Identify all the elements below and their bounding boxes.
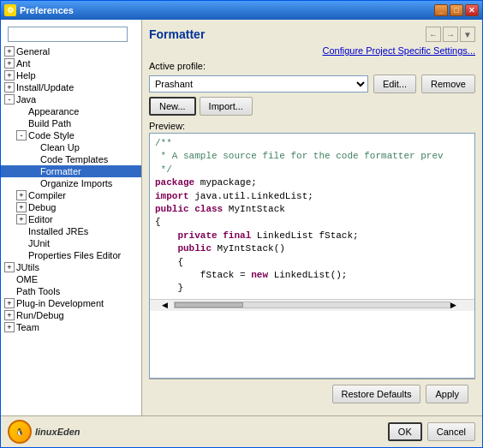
horizontal-scrollbar[interactable]: ◀ ▶ <box>150 299 474 311</box>
sidebar-item-team[interactable]: +Team <box>1 321 141 333</box>
window-icon: ⚙ <box>4 4 16 16</box>
active-profile-label: Active profile: <box>149 61 206 71</box>
sidebar-item-help[interactable]: +Help <box>1 69 141 81</box>
sidebar-item-plug-in-development[interactable]: +Plug-in Development <box>1 297 141 309</box>
scroll-right-button[interactable]: ▶ <box>450 301 462 309</box>
expander-ant[interactable]: + <box>4 58 15 69</box>
active-profile-row: Active profile: <box>149 61 475 71</box>
code-preview: /** * A sample source file for the code … <box>150 134 474 299</box>
sidebar-item-ant[interactable]: +Ant <box>1 57 141 69</box>
tree-label-run-debug: Run/Debug <box>16 310 64 320</box>
minimize-button[interactable]: _ <box>434 4 448 16</box>
ok-button[interactable]: OK <box>388 422 422 441</box>
maximize-button[interactable]: □ <box>450 4 463 16</box>
expander-plug-in-development[interactable]: + <box>4 298 15 308</box>
dropdown-button[interactable]: ▼ <box>460 27 475 42</box>
tree-label-installed-jres: Installed JREs <box>28 226 88 236</box>
tree-label-clean-up: Clean Up <box>40 142 80 152</box>
footer: 🐧 linuxEden OK Cancel <box>1 415 482 447</box>
sidebar-item-editor[interactable]: +Editor <box>1 213 141 225</box>
tree-label-formatter: Formatter <box>40 166 81 176</box>
sidebar-item-formatter[interactable]: Formatter <box>1 165 141 177</box>
sidebar-item-general[interactable]: +General <box>1 45 141 57</box>
toolbar-icons: ← → ▼ <box>426 27 475 42</box>
tree-container: +General+Ant+Help+Install/Update-JavaApp… <box>1 45 141 333</box>
tree-label-code-templates: Code Templates <box>40 154 108 164</box>
titlebar: ⚙ Preferences _ □ ✕ <box>1 1 482 20</box>
sidebar-item-build-path[interactable]: Build Path <box>1 117 141 129</box>
tree-label-ant: Ant <box>16 58 31 69</box>
tree-label-help: Help <box>16 70 36 81</box>
new-import-row: New... Import... <box>149 97 475 116</box>
expander-general[interactable]: + <box>4 46 15 57</box>
sidebar-item-code-style[interactable]: -Code Style <box>1 129 141 141</box>
expander-jutils[interactable]: + <box>4 262 15 272</box>
sidebar-item-code-templates[interactable]: Code Templates <box>1 153 141 165</box>
tree-label-jutils: JUtils <box>16 262 39 272</box>
tree-label-ome: OME <box>16 274 38 284</box>
sidebar-item-java[interactable]: -Java <box>1 93 141 105</box>
tree-label-path-tools: Path Tools <box>16 286 60 296</box>
new-button[interactable]: New... <box>149 97 196 116</box>
edit-button[interactable]: Edit... <box>373 75 416 93</box>
sidebar-item-jutils[interactable]: +JUtils <box>1 261 141 273</box>
apply-button[interactable]: Apply <box>426 385 468 403</box>
scrollbar-thumb[interactable] <box>175 302 243 308</box>
profile-select[interactable]: Prashant <box>149 75 368 93</box>
tree-label-install-update: Install/Update <box>16 82 74 93</box>
logo-icon: 🐧 <box>8 420 32 444</box>
main-content: +General+Ant+Help+Install/Update-JavaApp… <box>1 20 482 415</box>
bottom-bar: Restore Defaults Apply <box>149 379 475 409</box>
expander-editor[interactable]: + <box>16 214 27 224</box>
restore-defaults-button[interactable]: Restore Defaults <box>332 385 421 403</box>
titlebar-buttons: _ □ ✕ <box>434 4 479 16</box>
preview-area[interactable]: /** * A sample source file for the code … <box>149 133 475 379</box>
scrollbar-track[interactable] <box>174 302 450 308</box>
logo-area: 🐧 linuxEden <box>8 420 80 444</box>
preview-label: Preview: <box>149 121 475 131</box>
sidebar-item-installed-jres[interactable]: Installed JREs <box>1 225 141 237</box>
scroll-left-button[interactable]: ◀ <box>162 301 174 309</box>
expander-install-update[interactable]: + <box>4 82 15 93</box>
remove-button[interactable]: Remove <box>421 75 475 93</box>
tree-label-organize-imports: Organize Imports <box>40 178 112 188</box>
close-button[interactable]: ✕ <box>465 4 479 16</box>
tree-label-team: Team <box>16 322 39 332</box>
footer-buttons: OK Cancel <box>388 422 475 441</box>
back-button[interactable]: ← <box>426 27 441 42</box>
sidebar-item-install-update[interactable]: +Install/Update <box>1 81 141 93</box>
expander-team[interactable]: + <box>4 322 15 332</box>
tree-label-junit: JUnit <box>28 238 50 248</box>
expander-help[interactable]: + <box>4 70 15 81</box>
sidebar-item-ome[interactable]: OME <box>1 273 141 285</box>
panel-title: Formatter <box>149 27 205 41</box>
sidebar-item-compiler[interactable]: +Compiler <box>1 189 141 201</box>
sidebar-item-debug[interactable]: +Debug <box>1 201 141 213</box>
window-title: Preferences <box>20 5 431 15</box>
expander-run-debug[interactable]: + <box>4 310 15 320</box>
expander-compiler[interactable]: + <box>16 190 27 200</box>
panel-header: Formatter ← → ▼ <box>149 27 475 42</box>
configure-project-link[interactable]: Configure Project Specific Settings... <box>149 45 475 56</box>
sidebar-item-path-tools[interactable]: Path Tools <box>1 285 141 297</box>
expander-debug[interactable]: + <box>16 202 27 212</box>
sidebar-item-run-debug[interactable]: +Run/Debug <box>1 309 141 321</box>
tree-label-appearance: Appearance <box>28 106 79 116</box>
profile-select-row: Prashant Edit... Remove <box>149 75 475 93</box>
tree-label-general: General <box>16 46 50 57</box>
cancel-button[interactable]: Cancel <box>427 422 475 441</box>
sidebar-item-organize-imports[interactable]: Organize Imports <box>1 177 141 189</box>
expander-code-style[interactable]: - <box>16 130 27 140</box>
tree-label-plug-in-development: Plug-in Development <box>16 298 104 308</box>
expander-java[interactable]: - <box>4 94 15 105</box>
sidebar-item-appearance[interactable]: Appearance <box>1 105 141 117</box>
sidebar-item-properties-files-editor[interactable]: Properties Files Editor <box>1 249 141 261</box>
tree-label-java: Java <box>16 94 36 105</box>
forward-button[interactable]: → <box>443 27 458 42</box>
search-input[interactable] <box>8 27 128 42</box>
tree-label-build-path: Build Path <box>28 118 71 128</box>
sidebar-item-junit[interactable]: JUnit <box>1 237 141 249</box>
import-button[interactable]: Import... <box>200 97 253 116</box>
sidebar-item-clean-up[interactable]: Clean Up <box>1 141 141 153</box>
logo-text: linuxEden <box>35 427 80 437</box>
